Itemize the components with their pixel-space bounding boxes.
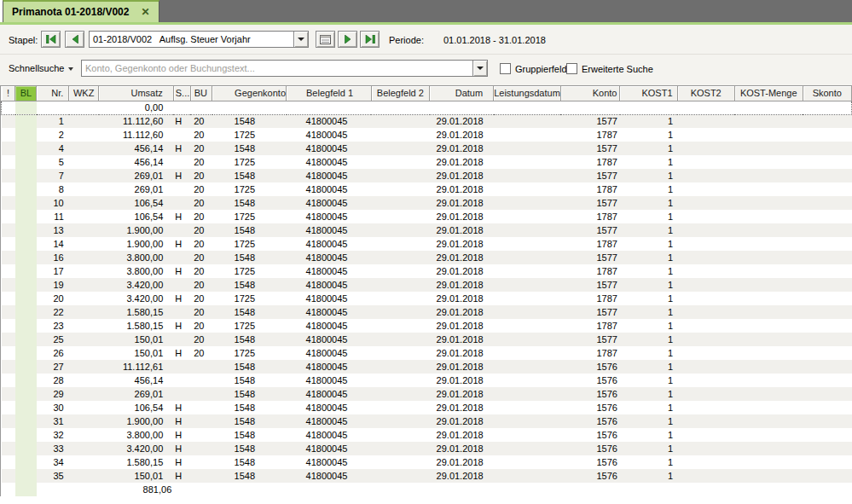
cell-nr[interactable]: 17 (37, 264, 69, 278)
column-header-bu[interactable]: BU (190, 86, 212, 101)
cell-skonto[interactable] (803, 374, 852, 387)
cell-kost1[interactable]: 1 (620, 169, 677, 182)
cell-kostmenge[interactable] (734, 128, 803, 142)
cell-wkz[interactable] (69, 196, 99, 210)
cell-datum[interactable]: 29.01.2018 (430, 401, 494, 414)
cell-wkz[interactable] (69, 292, 99, 305)
cell-umsatz[interactable]: 456,14 (99, 142, 174, 155)
cell-konto[interactable]: 1577 (560, 278, 620, 292)
cell-beleg2[interactable] (371, 182, 430, 196)
table-row[interactable]: 193.420,002015484180004529.01.201815771 (2, 278, 852, 292)
cell-bl[interactable] (15, 292, 37, 305)
cell-beleg2[interactable] (371, 346, 430, 360)
cell-datum[interactable]: 29.01.2018 (430, 210, 494, 223)
cell-s[interactable]: H (173, 292, 190, 305)
cell-beleg1[interactable]: 41800045 (287, 387, 372, 401)
table-row[interactable]: 4456,14H2015484180004529.01.201815771 (2, 142, 852, 155)
cell-beleg1[interactable]: 41800045 (287, 292, 372, 305)
cell-beleg2[interactable] (371, 210, 430, 223)
cell-excl[interactable] (2, 210, 15, 223)
cell-beleg1[interactable]: 41800045 (287, 360, 372, 374)
cell-beleg2[interactable] (371, 292, 430, 305)
cell-skonto[interactable] (803, 155, 852, 169)
cell-kostmenge[interactable] (734, 387, 803, 401)
column-header-wkz[interactable]: WKZ (69, 86, 99, 101)
cell-skonto[interactable] (803, 210, 852, 223)
cell-datum[interactable]: 29.01.2018 (430, 346, 494, 360)
cell-gegenkonto[interactable]: 1548 (212, 401, 287, 414)
cell-umsatz[interactable]: 456,14 (99, 155, 174, 169)
cell-kost2[interactable] (677, 182, 734, 196)
cell-kost1[interactable]: 1 (620, 387, 677, 401)
cell-skonto[interactable] (803, 483, 852, 496)
table-row[interactable]: 7269,01H2015484180004529.01.201815771 (2, 169, 852, 182)
cell-kostmenge[interactable] (734, 319, 803, 333)
table-row[interactable]: 221.580,152015484180004529.01.201815771 (2, 305, 852, 319)
cell-umsatz[interactable]: 1.900,00 (99, 414, 174, 428)
cell-skonto[interactable] (803, 455, 852, 469)
cell-wkz[interactable] (69, 305, 99, 319)
cell-kostmenge[interactable] (734, 101, 803, 114)
stapel-list-button[interactable] (316, 31, 335, 48)
cell-leistungsdatum[interactable] (494, 374, 561, 387)
cell-beleg2[interactable] (371, 155, 430, 169)
cell-gegenkonto[interactable]: 1725 (212, 346, 287, 360)
cell-beleg2[interactable] (371, 101, 430, 114)
cell-nr[interactable]: 31 (37, 414, 69, 428)
cell-excl[interactable] (2, 251, 15, 264)
cell-leistungsdatum[interactable] (494, 483, 561, 496)
cell-kostmenge[interactable] (734, 142, 803, 155)
cell-beleg1[interactable]: 41800045 (287, 278, 372, 292)
cell-s[interactable] (173, 182, 190, 196)
cell-s[interactable] (173, 251, 190, 264)
cell-bu[interactable] (190, 414, 212, 428)
cell-kost2[interactable] (677, 333, 734, 346)
table-row[interactable]: 2711.112,6115484180004529.01.201815761 (2, 360, 852, 374)
cell-kostmenge[interactable] (734, 333, 803, 346)
cell-excl[interactable] (2, 223, 15, 237)
cell-kost2[interactable] (677, 223, 734, 237)
table-row[interactable]: 111.112,60H2015484180004529.01.201815771 (2, 114, 852, 128)
cell-umsatz[interactable]: 269,01 (99, 387, 174, 401)
cell-kost1[interactable]: 1 (620, 237, 677, 251)
cell-kostmenge[interactable] (734, 223, 803, 237)
cell-beleg1[interactable]: 41800045 (287, 442, 372, 455)
cell-kostmenge[interactable] (734, 360, 803, 374)
cell-beleg1[interactable] (287, 101, 372, 114)
cell-excl[interactable] (2, 401, 15, 414)
cell-kost2[interactable] (677, 305, 734, 319)
cell-skonto[interactable] (803, 292, 852, 305)
cell-excl[interactable] (2, 128, 15, 142)
table-row[interactable]: 203.420,00H2017254180004529.01.201817871 (2, 292, 852, 305)
cell-umsatz[interactable]: 456,14 (99, 374, 174, 387)
cell-wkz[interactable] (69, 387, 99, 401)
table-row[interactable]: 141.900,00H2017254180004529.01.201817871 (2, 237, 852, 251)
cell-kost2[interactable] (677, 360, 734, 374)
cell-beleg2[interactable] (371, 401, 430, 414)
cell-bl[interactable] (15, 374, 37, 387)
cell-konto[interactable]: 1577 (560, 223, 620, 237)
cell-kostmenge[interactable] (734, 169, 803, 182)
cell-wkz[interactable] (69, 210, 99, 223)
cell-bu[interactable]: 20 (190, 128, 212, 142)
cell-excl[interactable] (2, 414, 15, 428)
cell-wkz[interactable] (69, 237, 99, 251)
cell-konto[interactable]: 1787 (560, 182, 620, 196)
cell-beleg2[interactable] (371, 414, 430, 428)
cell-nr[interactable]: 19 (37, 278, 69, 292)
cell-kost1[interactable]: 1 (620, 469, 677, 483)
cell-s[interactable]: H (173, 346, 190, 360)
cell-bl[interactable] (15, 428, 37, 442)
cell-beleg2[interactable] (371, 469, 430, 483)
cell-s[interactable]: H (173, 264, 190, 278)
cell-excl[interactable] (2, 278, 15, 292)
cell-kost1[interactable]: 1 (620, 319, 677, 333)
cell-konto[interactable]: 1577 (560, 142, 620, 155)
cell-wkz[interactable] (69, 223, 99, 237)
cell-beleg2[interactable] (371, 196, 430, 210)
close-icon[interactable]: ✕ (141, 7, 149, 17)
cell-leistungsdatum[interactable] (494, 101, 561, 114)
cell-kost1[interactable] (620, 483, 677, 496)
cell-bl[interactable] (15, 469, 37, 483)
cell-leistungsdatum[interactable] (494, 264, 561, 278)
